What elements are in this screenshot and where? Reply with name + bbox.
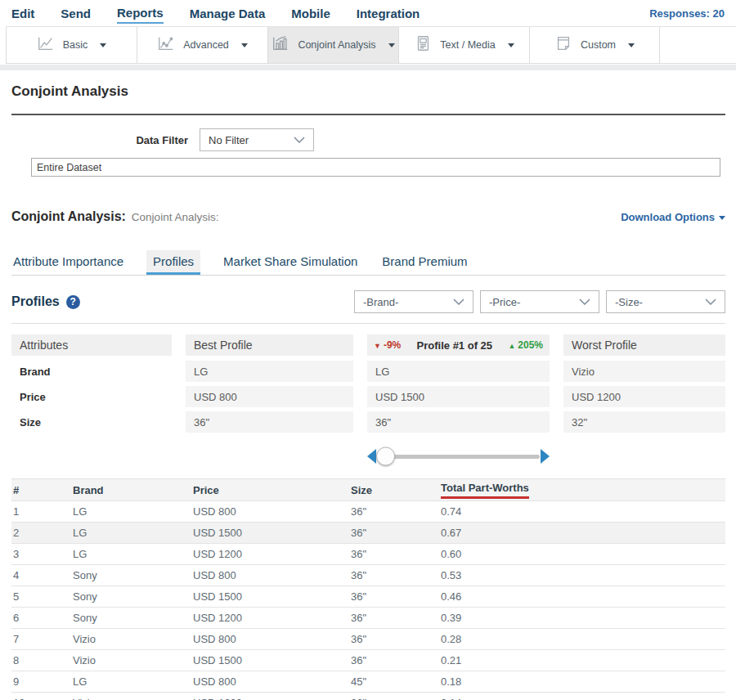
table-row[interactable]: 10 Vizio USD 1200 36" 0.14 <box>11 693 725 700</box>
chevron-down-icon <box>579 298 590 305</box>
worst-profile-brand: Vizio <box>563 361 725 382</box>
col-header-price[interactable]: Price <box>191 479 349 501</box>
nav-item-mobile[interactable]: Mobile <box>291 4 330 23</box>
cell-price: USD 1200 <box>191 693 349 700</box>
dataset-field[interactable]: Entire Dataset <box>31 158 720 177</box>
profile-slider <box>367 446 550 466</box>
chevron-down-icon <box>100 43 106 47</box>
slider-handle[interactable] <box>376 447 395 466</box>
chevron-down-icon <box>628 43 635 47</box>
col-header-brand[interactable]: Brand <box>71 479 191 501</box>
top-nav: Edit Send Reports Manage Data Mobile Int… <box>0 0 736 26</box>
tab-attribute-importance[interactable]: Attribute Importance <box>11 250 125 275</box>
worst-profile-column: Worst Profile Vizio USD 1200 32" <box>563 334 725 437</box>
cell-size: 36" <box>349 693 439 700</box>
current-profile-price: USD 1500 <box>367 386 550 407</box>
current-profile-column: ▼-9% Profile #1 of 25 ▲205% LG USD 1500 … <box>367 334 550 437</box>
toolbar-advanced[interactable]: Advanced <box>137 27 267 63</box>
cell-size: 36" <box>349 650 439 671</box>
toolbar-custom[interactable]: Custom <box>529 27 660 63</box>
help-icon[interactable]: ? <box>66 295 80 309</box>
nav-item-integration[interactable]: Integration <box>357 4 420 23</box>
toolbar-text-media[interactable]: Text / Media <box>398 27 529 63</box>
table-row[interactable]: 1 LG USD 800 36" 0.74 <box>11 501 725 523</box>
cell-size: 36" <box>349 565 439 586</box>
nav-item-manage-data[interactable]: Manage Data <box>190 4 266 23</box>
worst-profile-header: Worst Profile <box>563 334 725 356</box>
toolbar-advanced-label: Advanced <box>183 39 229 51</box>
tab-brand-premium[interactable]: Brand Premium <box>380 250 469 275</box>
cell-worth: 0.18 <box>439 671 725 693</box>
toolbar-divider <box>0 65 736 70</box>
nav-item-reports[interactable]: Reports <box>117 3 164 24</box>
cell-price: USD 800 <box>191 671 349 693</box>
cell-worth: 0.74 <box>439 501 725 523</box>
cell-size: 36" <box>349 629 439 650</box>
triangle-up-icon: ▲ <box>508 342 515 350</box>
slider-prev-arrow[interactable] <box>367 449 376 464</box>
cell-brand: Sony <box>71 565 191 586</box>
cell-size: 45" <box>349 671 439 693</box>
table-row[interactable]: 5 Sony USD 1500 36" 0.46 <box>11 586 725 608</box>
tab-profiles[interactable]: Profiles <box>146 250 200 275</box>
slider-track[interactable] <box>377 455 540 459</box>
table-row[interactable]: 7 Vizio USD 800 36" 0.28 <box>11 629 725 650</box>
table-header-row: # Brand Price Size Total Part-Worths <box>11 479 725 501</box>
nav-item-edit[interactable]: Edit <box>11 4 34 23</box>
chevron-down-icon <box>241 43 248 47</box>
table-row[interactable]: 2 LG USD 1500 36" 0.67 <box>11 523 725 544</box>
attributes-column: Attributes Brand Price Size <box>11 334 172 437</box>
toolbar-conjoint-analysis[interactable]: Conjoint Analysis <box>267 27 398 63</box>
cell-num: 7 <box>11 629 71 650</box>
attributes-header: Attributes <box>11 334 172 356</box>
down-percent-badge: ▼-9% <box>374 339 401 351</box>
slider-next-arrow[interactable] <box>541 449 550 464</box>
chevron-down-icon <box>453 298 464 305</box>
bar-chart-icon <box>272 34 289 56</box>
section-subtitle: Conjoint Analysis: <box>132 211 219 223</box>
cell-size: 36" <box>349 608 439 629</box>
cell-brand: LG <box>71 671 191 693</box>
table-row[interactable]: 9 LG USD 800 45" 0.18 <box>11 671 725 693</box>
current-profile-brand: LG <box>367 361 550 382</box>
size-filter-select[interactable]: -Size- <box>606 290 725 313</box>
table-row[interactable]: 3 LG USD 1200 36" 0.60 <box>11 544 725 565</box>
cell-brand: Sony <box>71 608 191 629</box>
cell-num: 1 <box>11 501 71 523</box>
chevron-down-icon <box>705 298 716 305</box>
table-row[interactable]: 6 Sony USD 1200 36" 0.39 <box>11 608 725 629</box>
cell-price: USD 800 <box>191 565 349 586</box>
profiles-heading: Profiles ? <box>11 294 80 309</box>
cell-num: 6 <box>11 608 71 629</box>
current-profile-header: ▼-9% Profile #1 of 25 ▲205% <box>367 334 550 356</box>
scatter-chart-icon <box>157 34 175 56</box>
data-filter-value: No Filter <box>209 134 249 146</box>
cell-price: USD 1200 <box>191 608 349 629</box>
profile-filters: -Brand- -Price- -Size- <box>354 290 725 313</box>
line-chart-icon <box>37 34 55 56</box>
download-options-button[interactable]: Download Options <box>621 211 725 223</box>
attribute-size-label: Size <box>11 411 172 433</box>
best-profile-size: 36" <box>186 411 353 433</box>
table-row[interactable]: 4 Sony USD 800 36" 0.53 <box>11 565 725 586</box>
col-header-num[interactable]: # <box>11 479 71 501</box>
nav-item-send[interactable]: Send <box>61 4 91 23</box>
col-header-total-part-worths[interactable]: Total Part-Worths <box>439 479 725 501</box>
toolbar-basic-label: Basic <box>63 39 88 51</box>
best-profile-column: Best Profile LG USD 800 36" <box>186 334 353 437</box>
table-row[interactable]: 8 Vizio USD 1500 36" 0.21 <box>11 650 725 671</box>
cell-brand: Sony <box>71 586 191 608</box>
worst-profile-price: USD 1200 <box>563 386 725 407</box>
chevron-down-icon <box>294 137 305 143</box>
cell-worth: 0.21 <box>439 650 725 671</box>
toolbar-basic[interactable]: Basic <box>6 27 137 63</box>
current-profile-label: Profile #1 of 25 <box>417 339 492 352</box>
best-profile-header: Best Profile <box>186 334 353 356</box>
tab-market-share-simulation[interactable]: Market Share Simulation <box>222 250 359 275</box>
col-header-size[interactable]: Size <box>349 479 439 501</box>
current-profile-size: 36" <box>367 411 550 433</box>
chevron-down-icon <box>388 43 395 47</box>
brand-filter-select[interactable]: -Brand- <box>354 290 473 313</box>
price-filter-select[interactable]: -Price- <box>480 290 599 313</box>
data-filter-select[interactable]: No Filter <box>200 128 314 151</box>
